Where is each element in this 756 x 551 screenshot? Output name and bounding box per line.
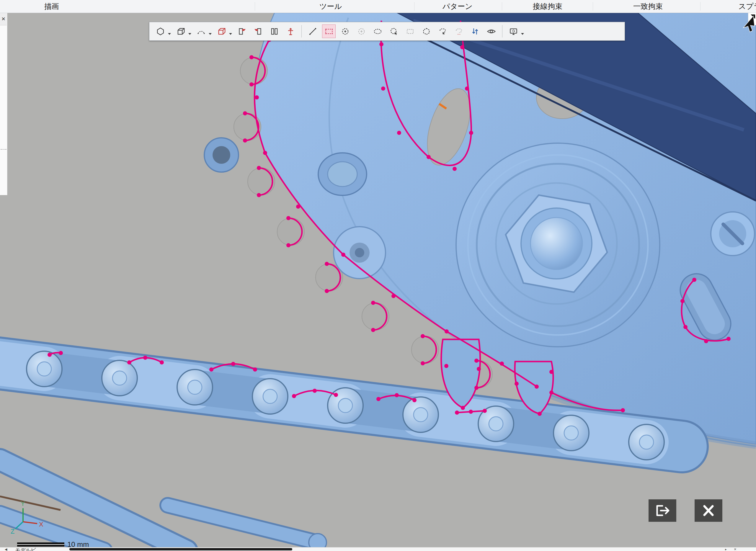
close-icon[interactable]: ✕ bbox=[0, 13, 7, 25]
left-panel-edge: ✕ bbox=[0, 13, 7, 195]
visibility-tool[interactable] bbox=[484, 24, 498, 38]
tab-scroll-right-icon[interactable]: ▸ bbox=[725, 547, 727, 551]
panel-splitter-handle[interactable] bbox=[1, 149, 6, 150]
exit-sketch-button[interactable] bbox=[649, 499, 676, 522]
circle-select-alt-tool[interactable] bbox=[355, 24, 368, 38]
arc-sketch-tool[interactable] bbox=[194, 24, 208, 38]
polygon-sketch-tool[interactable] bbox=[153, 24, 167, 38]
status-bar: ◀ モデルビ ▸ ✕ bbox=[0, 547, 756, 551]
rectangle-select-tool[interactable] bbox=[322, 24, 336, 38]
app-window: Y X Z 10 mm 描画 ツール パターン 接線拘束 一致拘束 スプラ bbox=[0, 0, 756, 551]
tab-close-icon[interactable]: ✕ bbox=[734, 547, 737, 551]
axis-z-label: Z bbox=[11, 528, 14, 535]
menu-divider bbox=[502, 2, 502, 11]
menu-tab-draw[interactable]: 描画 bbox=[37, 0, 67, 13]
menu-tab-tangent[interactable]: 接線拘束 bbox=[525, 0, 570, 13]
dropdown-caret-icon[interactable] bbox=[521, 33, 524, 35]
dropdown-caret-icon[interactable] bbox=[188, 33, 191, 35]
crank-nut bbox=[456, 143, 660, 347]
menu-tab-pattern[interactable]: パターン bbox=[435, 0, 480, 13]
dropdown-caret-icon[interactable] bbox=[209, 33, 212, 35]
split-columns-tool[interactable] bbox=[268, 24, 281, 38]
pick-circle-tool[interactable] bbox=[387, 24, 401, 38]
menu-divider bbox=[414, 2, 414, 11]
menu-divider bbox=[593, 2, 593, 11]
box-sketch-tool[interactable] bbox=[174, 24, 187, 38]
toolbar-divider bbox=[502, 25, 502, 37]
model-view-tab[interactable]: モデルビ bbox=[15, 547, 36, 551]
flip-direction-tool[interactable] bbox=[468, 24, 482, 38]
menu-bar: 描画 ツール パターン 接線拘束 一致拘束 スプラ bbox=[0, 0, 756, 13]
menu-tab-coincident[interactable]: 一致拘束 bbox=[626, 0, 670, 13]
toolbar-divider bbox=[301, 25, 302, 37]
line-tool[interactable] bbox=[306, 24, 319, 38]
dropdown-caret-icon[interactable] bbox=[229, 33, 232, 35]
lasso-subtract-tool[interactable] bbox=[452, 24, 465, 38]
circle-select-tool[interactable] bbox=[338, 24, 352, 38]
tab-scroll-left-icon[interactable]: ◀ bbox=[5, 547, 7, 551]
ellipse-select-tool[interactable] bbox=[371, 24, 384, 38]
mouse-cursor-icon bbox=[740, 15, 755, 34]
display-mode-tool[interactable] bbox=[506, 24, 520, 38]
section-flag-right-tool[interactable] bbox=[251, 24, 265, 38]
dropdown-caret-icon[interactable] bbox=[168, 33, 171, 35]
horizontal-scrollbar[interactable] bbox=[69, 548, 292, 550]
close-sketch-button[interactable] bbox=[695, 499, 722, 522]
polygon-region-tool[interactable] bbox=[419, 24, 433, 38]
pull-section-tool[interactable] bbox=[284, 24, 297, 38]
menu-divider bbox=[700, 2, 701, 11]
section-box-tool[interactable] bbox=[215, 24, 228, 38]
sketch-toolbar bbox=[149, 22, 625, 41]
axis-y-label: Y bbox=[21, 500, 25, 507]
menu-tab-tools[interactable]: ツール bbox=[312, 0, 350, 13]
section-flag-left-tool[interactable] bbox=[235, 24, 249, 38]
viewport-3d[interactable]: Y X Z 10 mm bbox=[0, 0, 756, 551]
rectangle-region-tool[interactable] bbox=[403, 24, 417, 38]
axis-x-label: X bbox=[39, 521, 43, 528]
sketch-action-buttons bbox=[649, 499, 722, 522]
menu-tab-spline[interactable]: スプラ bbox=[731, 0, 756, 13]
lasso-select-tool[interactable] bbox=[436, 24, 449, 38]
